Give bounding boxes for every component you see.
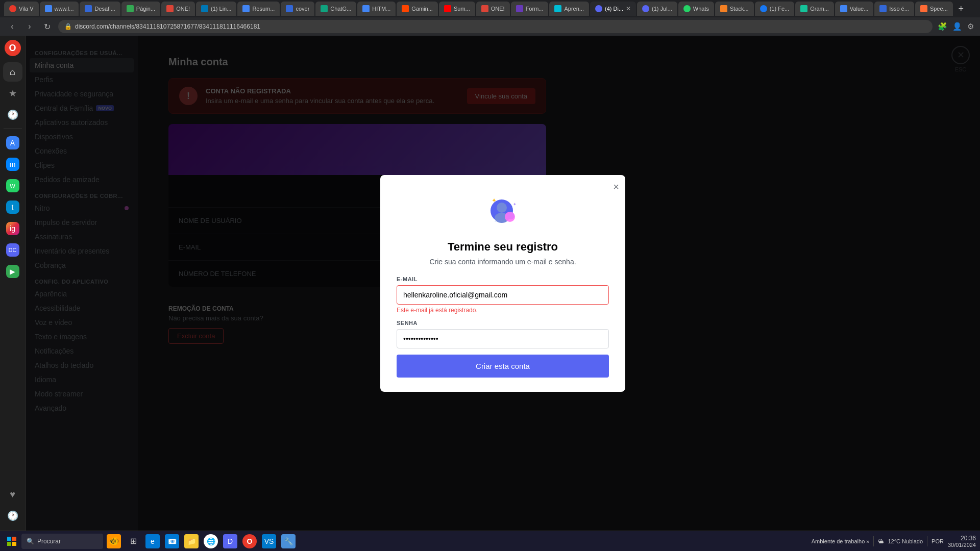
start-button[interactable] (4, 537, 19, 546)
sidebar-icon-telegram[interactable]: t (3, 197, 22, 217)
tab-hitm[interactable]: HITM... (357, 2, 396, 16)
forward-button[interactable]: › (23, 22, 36, 31)
sidebar-icon-playstore[interactable]: ▶ (3, 262, 22, 281)
search-icon: 🔍 (27, 538, 34, 545)
sidebar-icon-instagram[interactable]: ig (3, 219, 22, 238)
modal-password-input[interactable] (397, 329, 609, 348)
taskbar-icon-task-view[interactable]: ⊞ (125, 533, 142, 550)
svg-text:✦: ✦ (492, 197, 497, 204)
taskbar-icon-vscode[interactable]: VS (260, 533, 278, 550)
password-field-group: SENHA (397, 320, 609, 350)
opera-logo[interactable]: O (5, 40, 21, 56)
taskbar-date-display: 30/01/2024 (948, 542, 976, 548)
modal-graphic: ✦ ✦ · (482, 191, 523, 232)
browser-chrome: Vila V www.l... Desafi... Págin... ONE! … (0, 0, 980, 36)
tab-resum[interactable]: Resum... (237, 2, 280, 16)
svg-point-4 (507, 212, 514, 219)
modal-overlay: × ✦ ✦ · Termine seu registro Crie sua co… (26, 36, 980, 531)
sidebar-icon-whatsapp[interactable]: w (3, 176, 22, 195)
svg-point-1 (497, 203, 507, 213)
tab-gram[interactable]: Gram... (795, 2, 834, 16)
tab-whats[interactable]: Whats (678, 2, 714, 16)
tab-desafi[interactable]: Desafi... (80, 2, 120, 16)
tab-apren[interactable]: Apren... (549, 2, 589, 16)
profile-icon[interactable]: 👤 (952, 22, 962, 31)
extensions-icon[interactable]: 🧩 (938, 22, 947, 31)
sidebar-icon-discord[interactable]: DC (3, 240, 22, 260)
opera-sidebar: O ⌂ ★ 🕐 A m w t ig DC ▶ ♥ 🕐 ⋯ (0, 36, 26, 551)
sidebar-icon-clock[interactable]: 🕐 (3, 506, 22, 525)
modal-avatar-graphic: ✦ ✦ · (482, 191, 523, 232)
svg-text:✦: ✦ (513, 202, 517, 207)
tab-gamin[interactable]: Gamin... (397, 2, 438, 16)
sidebar-icon-heart[interactable]: ♥ (3, 485, 22, 504)
tab-chatg[interactable]: ChatG... (315, 2, 356, 16)
taskbar-icon-chrome[interactable]: 🌐 (202, 533, 219, 550)
toolbar-icons: 🧩 👤 ⚙ (938, 22, 974, 31)
tab-one2[interactable]: ONE! (476, 2, 510, 16)
tab-vila[interactable]: Vila V (4, 2, 39, 16)
weather-icon: 🌥 (878, 538, 884, 544)
tab-value[interactable]: Value... (835, 2, 874, 16)
tab-one1[interactable]: ONE! (161, 2, 195, 16)
svg-rect-10 (7, 542, 11, 546)
email-field-group: E-MAIL Este e-mail já está registrado. (397, 276, 609, 320)
tab-sum[interactable]: Sum... (439, 2, 475, 16)
taskbar-app-icons: 🐠 ⊞ e 📧 📁 🌐 D O VS 🔧 (105, 533, 297, 550)
modal-close-button[interactable]: × (613, 181, 619, 193)
modal-email-error: Este e-mail já está registrado. (397, 307, 609, 314)
taskbar-icon-unknown[interactable]: 🔧 (280, 533, 297, 550)
tab-stack[interactable]: Stack... (715, 2, 754, 16)
language-indicator: POR (932, 538, 944, 544)
taskbar-time-display: 20:36 (948, 535, 976, 542)
svg-text:·: · (495, 219, 496, 224)
address-bar-row: ‹ › ↻ 🔒 discord.com/channels/83411181072… (0, 17, 980, 36)
svg-rect-8 (7, 537, 11, 541)
tab-cover[interactable]: cover (281, 2, 314, 16)
tab-bar: Vila V www.l... Desafi... Págin... ONE! … (0, 0, 980, 17)
sidebar-icon-altstore[interactable]: A (3, 133, 22, 153)
sidebar-icon-history[interactable]: 🕐 (3, 105, 22, 124)
modal-subtitle: Crie sua conta informando um e-mail e se… (429, 258, 576, 266)
taskbar-icon-mail[interactable]: 📧 (163, 533, 181, 550)
sidebar-icon-home[interactable]: ⌂ (3, 62, 22, 82)
tab-fe[interactable]: (1) Fe... (755, 2, 795, 16)
settings-icon[interactable]: ⚙ (967, 22, 974, 31)
tab-spee[interactable]: Spee... (915, 2, 953, 16)
modal-password-label: SENHA (397, 320, 609, 326)
weather-text: 12°C Nublado (888, 538, 923, 544)
svg-rect-11 (12, 542, 16, 546)
taskbar: 🔍 Procurar 🐠 ⊞ e 📧 📁 🌐 D O VS (0, 531, 980, 551)
taskbar-icon-discord[interactable]: D (222, 533, 239, 550)
address-bar[interactable]: 🔒 discord.com/channels/83411181072587167… (58, 20, 933, 33)
tab-pagin[interactable]: Págin... (121, 2, 160, 16)
modal-submit-button[interactable]: Criar esta conta (397, 355, 609, 378)
tab-jul[interactable]: (1) Jul... (637, 2, 677, 16)
modal-email-label: E-MAIL (397, 276, 609, 282)
tab-isso[interactable]: Isso é... (874, 2, 914, 16)
svg-rect-9 (12, 537, 16, 541)
modal-title: Termine seu registro (448, 240, 558, 254)
windows-logo-icon (7, 537, 16, 546)
taskbar-time[interactable]: 20:36 30/01/2024 (948, 535, 976, 548)
tab-linkedin[interactable]: (1) Lin... (196, 2, 236, 16)
modal-email-input[interactable] (397, 285, 609, 305)
taskbar-search[interactable]: 🔍 Procurar (21, 534, 103, 549)
tray-label[interactable]: Ambiente de trabalho » (812, 538, 870, 544)
sidebar-icon-messenger[interactable]: m (3, 155, 22, 174)
tab-form[interactable]: Form... (511, 2, 549, 16)
taskbar-icon-clownfish[interactable]: 🐠 (105, 533, 122, 550)
taskbar-icon-explorer[interactable]: 📁 (183, 533, 200, 550)
refresh-button[interactable]: ↻ (41, 22, 53, 32)
tab-discord-active[interactable]: (4) Di... ✕ (590, 2, 636, 16)
tab-www[interactable]: www.l... (40, 2, 79, 16)
taskbar-icon-opera[interactable]: O (241, 533, 258, 550)
taskbar-icon-edge[interactable]: e (144, 533, 161, 550)
new-tab-button[interactable]: + (954, 2, 968, 16)
sidebar-icon-bookmark[interactable]: ★ (3, 84, 22, 103)
register-modal: × ✦ ✦ · Termine seu registro Crie sua co… (380, 175, 625, 392)
taskbar-system-tray: Ambiente de trabalho » 🌥 12°C Nublado PO… (812, 535, 976, 548)
back-button[interactable]: ‹ (6, 22, 18, 31)
